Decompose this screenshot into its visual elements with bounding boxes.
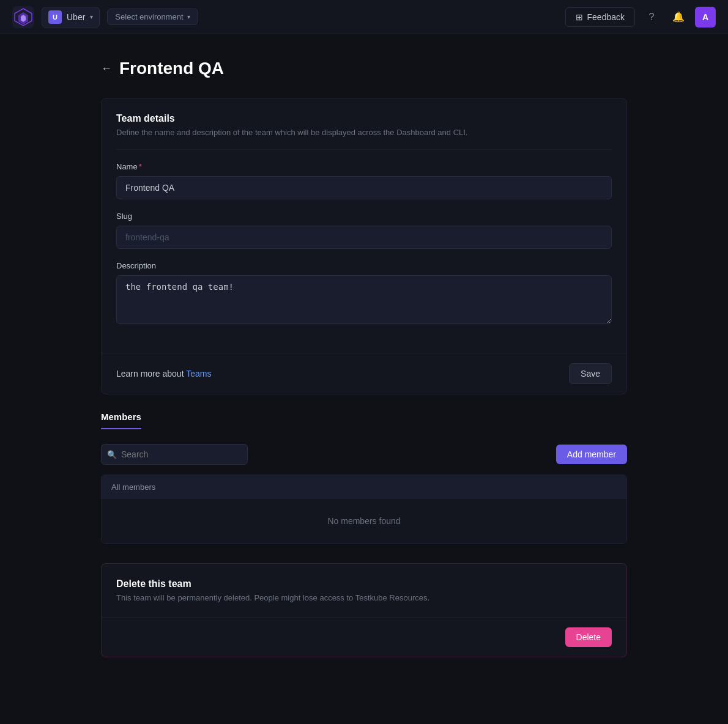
team-details-section-title: Team details xyxy=(116,113,612,124)
delete-section-title: Delete this team xyxy=(116,578,612,589)
members-section: Members 🔍 Add member All members No memb… xyxy=(101,412,627,544)
members-table: All members No members found xyxy=(101,475,627,544)
description-input[interactable]: the frontend qa team! xyxy=(116,275,612,324)
help-icon: ? xyxy=(649,12,655,23)
no-members-message: No members found xyxy=(102,499,626,543)
members-controls: 🔍 Add member xyxy=(101,444,627,465)
org-selector[interactable]: U Uber ▾ xyxy=(42,7,100,28)
name-label: Name* xyxy=(116,162,612,171)
add-member-button[interactable]: Add member xyxy=(556,445,627,464)
team-details-footer: Learn more about Teams Save xyxy=(102,353,626,394)
slug-field-group: Slug xyxy=(116,212,612,249)
name-input[interactable] xyxy=(116,176,612,199)
teams-link[interactable]: Teams xyxy=(186,369,211,379)
slug-label: Slug xyxy=(116,212,612,221)
save-button[interactable]: Save xyxy=(569,363,612,384)
all-members-header: All members xyxy=(102,475,626,499)
app-header: U Uber ▾ Select environment ▾ ⊞ Feedback… xyxy=(0,0,728,34)
delete-section-desc: This team will be permanently deleted. P… xyxy=(116,593,612,602)
team-details-body: Team details Define the name and descrip… xyxy=(102,98,626,353)
team-details-card: Team details Define the name and descrip… xyxy=(101,98,627,394)
learn-more-text: Learn more about Teams xyxy=(116,369,211,379)
search-wrap: 🔍 xyxy=(101,444,248,465)
page-title: Frontend QA xyxy=(119,59,224,78)
app-logo xyxy=(12,6,34,28)
main-content: ← Frontend QA Team details Define the na… xyxy=(89,34,639,699)
delete-card-body: Delete this team This team will be perma… xyxy=(102,564,626,617)
bell-icon: 🔔 xyxy=(672,11,685,23)
name-field-group: Name* xyxy=(116,162,612,199)
back-icon: ← xyxy=(101,62,112,75)
org-chevron-icon: ▾ xyxy=(90,13,93,20)
team-details-section-desc: Define the name and description of the t… xyxy=(116,128,612,137)
env-selector[interactable]: Select environment ▾ xyxy=(107,9,198,25)
description-label: Description xyxy=(116,261,612,270)
page-header: ← Frontend QA xyxy=(101,59,627,78)
env-label: Select environment xyxy=(115,12,183,21)
members-header: Members xyxy=(101,412,141,429)
env-chevron-icon: ▾ xyxy=(187,13,190,20)
header-right: ⊞ Feedback ? 🔔 A xyxy=(565,7,716,28)
divider-1 xyxy=(116,149,612,150)
org-name: Uber xyxy=(67,12,85,22)
feedback-label: Feedback xyxy=(587,12,625,22)
feedback-icon: ⊞ xyxy=(576,12,583,22)
description-field-group: Description the frontend qa team! xyxy=(116,261,612,326)
help-button[interactable]: ? xyxy=(641,7,662,28)
delete-button[interactable]: Delete xyxy=(565,627,612,647)
delete-card: Delete this team This team will be perma… xyxy=(101,563,627,657)
name-required: * xyxy=(139,162,142,171)
members-title: Members xyxy=(101,412,141,422)
search-icon: 🔍 xyxy=(107,450,117,459)
delete-card-footer: Delete xyxy=(102,617,626,657)
back-button[interactable]: ← xyxy=(101,62,112,75)
search-input[interactable] xyxy=(101,444,248,465)
org-avatar: U xyxy=(48,10,62,24)
notifications-button[interactable]: 🔔 xyxy=(668,7,689,28)
slug-input[interactable] xyxy=(116,226,612,249)
feedback-button[interactable]: ⊞ Feedback xyxy=(565,7,635,27)
header-left: U Uber ▾ Select environment ▾ xyxy=(12,6,198,28)
user-avatar[interactable]: A xyxy=(695,7,716,28)
